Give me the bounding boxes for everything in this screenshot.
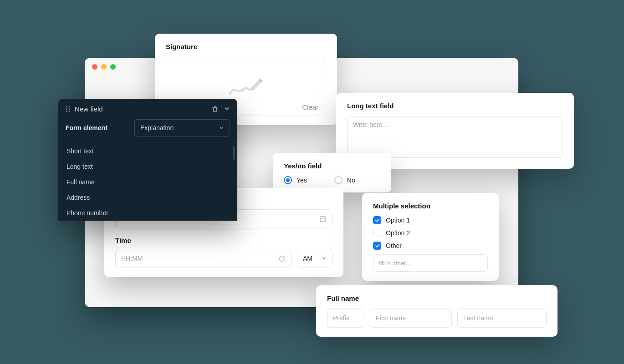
signature-clear-button[interactable]: Clear (302, 103, 318, 111)
radio-icon (284, 176, 292, 184)
minimize-dot[interactable] (101, 64, 107, 70)
svg-point-10 (69, 111, 70, 112)
long-text-title: Long text field (347, 102, 563, 110)
svg-point-5 (66, 106, 67, 107)
checkbox-option-2[interactable]: Option 2 (373, 229, 488, 237)
maximize-dot[interactable] (110, 64, 116, 70)
radio-yes-label: Yes (297, 177, 307, 184)
field-config-panel: New field Form element Explanation Short… (58, 99, 237, 221)
pen-icon (228, 76, 264, 97)
scrollbar-thumb[interactable] (233, 146, 235, 160)
ampm-select[interactable]: AM (297, 249, 332, 268)
checkbox-icon (373, 242, 381, 250)
ampm-value: AM (303, 255, 312, 262)
time-placeholder: HH:MM (121, 255, 143, 262)
signature-title: Signature (166, 43, 326, 51)
other-placeholder: fill in other... (379, 260, 410, 267)
radio-yes[interactable]: Yes (284, 176, 307, 184)
checkbox-label: Option 2 (386, 229, 410, 237)
panel-title: New field (75, 105, 103, 113)
full-name-card: Full name Prefix First name Last name (316, 285, 558, 337)
checkbox-icon (373, 229, 381, 237)
prefix-input[interactable]: Prefix (327, 308, 364, 328)
checkbox-icon (373, 216, 381, 224)
long-text-input[interactable] (347, 116, 563, 158)
svg-point-7 (66, 108, 67, 110)
checkbox-label: Other (386, 242, 402, 249)
form-element-value: Explanation (140, 124, 174, 131)
radio-icon (334, 176, 343, 184)
chevron-down-icon (321, 256, 327, 261)
svg-rect-0 (320, 217, 326, 222)
window-traffic-lights (92, 64, 116, 70)
multiple-selection-card: Multiple selection Option 1 Option 2 Oth… (362, 193, 499, 281)
svg-point-9 (66, 111, 67, 112)
time-input[interactable]: HH:MM (115, 249, 292, 268)
dropdown-option[interactable]: Phone number (58, 205, 237, 221)
full-name-title: Full name (327, 294, 547, 302)
yes-no-card: Yes/no field Yes No (273, 153, 391, 192)
checkbox-label: Option 1 (386, 217, 410, 224)
radio-no[interactable]: No (334, 176, 355, 184)
calendar-icon (319, 215, 327, 222)
time-label: Time (115, 237, 332, 244)
form-element-dropdown: Short text Long text Full name Address P… (58, 143, 237, 221)
svg-point-6 (69, 106, 70, 107)
dropdown-option[interactable]: Long text (58, 159, 237, 174)
other-input[interactable]: fill in other... (373, 254, 488, 272)
dropdown-option[interactable]: Full name (58, 174, 237, 190)
last-name-input[interactable]: Last name (457, 308, 547, 328)
close-dot[interactable] (92, 64, 97, 70)
chevron-down-icon[interactable] (224, 106, 230, 112)
clock-icon (279, 255, 286, 262)
svg-point-8 (69, 108, 70, 110)
chevron-down-icon (219, 125, 224, 131)
form-element-select[interactable]: Explanation (134, 119, 230, 136)
drag-handle-icon[interactable] (66, 106, 70, 112)
first-name-input[interactable]: First name (370, 308, 452, 328)
dropdown-option[interactable]: Short text (58, 143, 237, 159)
form-element-label: Form element (66, 124, 107, 131)
trash-icon[interactable] (212, 106, 218, 112)
radio-no-label: No (347, 177, 355, 184)
yes-no-title: Yes/no field (284, 162, 380, 170)
checkbox-option-1[interactable]: Option 1 (373, 216, 488, 224)
dropdown-option[interactable]: Address (58, 190, 237, 205)
checkbox-other[interactable]: Other (373, 242, 488, 250)
multi-title: Multiple selection (373, 202, 488, 210)
